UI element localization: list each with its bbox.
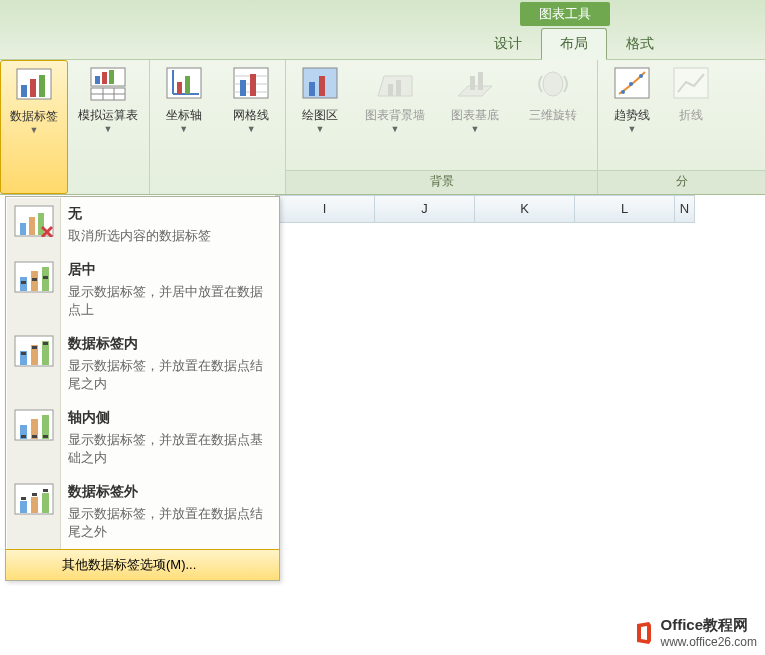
svg-rect-55	[43, 342, 48, 345]
svg-rect-5	[95, 76, 100, 84]
labels-outside-end-icon	[14, 483, 54, 515]
column-headers: I J K L N	[275, 195, 765, 223]
svg-rect-1	[21, 85, 27, 97]
svg-rect-38	[29, 217, 35, 235]
watermark: Office教程网 www.office26.com	[633, 616, 758, 649]
data-labels-label: 数据标签	[10, 109, 58, 123]
menu-item-none[interactable]: 无 取消所选内容的数据标签	[6, 197, 279, 253]
trendline-button[interactable]: 趋势线 ▼	[598, 60, 666, 170]
dropdown-arrow-icon: ▼	[316, 124, 325, 134]
tab-design[interactable]: 设计	[475, 28, 541, 59]
menu-more-options[interactable]: 其他数据标签选项(M)...	[6, 549, 279, 580]
svg-rect-25	[319, 76, 325, 96]
labels-inside-base-icon	[14, 409, 54, 441]
grid-body[interactable]	[275, 223, 765, 563]
axes-button[interactable]: 坐标轴 ▼	[150, 60, 218, 194]
lines-icon	[672, 66, 710, 104]
data-table-button[interactable]: 模拟运算表 ▼	[68, 60, 148, 194]
svg-rect-62	[43, 435, 48, 438]
svg-rect-24	[309, 82, 315, 96]
dropdown-arrow-icon: ▼	[471, 124, 480, 134]
menu-item-outside-end[interactable]: 数据标签外 显示数据标签，并放置在数据点结尾之外	[6, 475, 279, 549]
context-tabs: 设计 布局 格式	[475, 28, 673, 59]
svg-rect-54	[32, 346, 37, 349]
svg-rect-68	[32, 493, 37, 496]
menu-desc: 显示数据标签，并放置在数据点基础之内	[68, 431, 269, 467]
data-labels-dropdown: 无 取消所选内容的数据标签 居中 显示数据标签，并居中放置在数据点上	[5, 196, 280, 581]
col-header-l[interactable]: L	[575, 195, 675, 223]
svg-rect-22	[250, 74, 256, 96]
svg-rect-7	[109, 70, 114, 84]
labels-center-icon	[14, 261, 54, 293]
ribbon: 数据标签 ▼ 模拟运算表 ▼	[0, 60, 765, 195]
svg-rect-66	[42, 493, 49, 513]
axes-label: 坐标轴	[166, 108, 202, 122]
dropdown-arrow-icon: ▼	[30, 125, 39, 135]
menu-desc: 取消所选内容的数据标签	[68, 227, 269, 245]
menu-item-inside-end[interactable]: 数据标签内 显示数据标签，并放置在数据点结尾之内	[6, 327, 279, 401]
svg-rect-26	[388, 84, 393, 96]
gridlines-icon	[232, 66, 270, 104]
col-header-i[interactable]: I	[275, 195, 375, 223]
gridlines-button[interactable]: 网格线 ▼	[218, 60, 286, 194]
dropdown-arrow-icon: ▼	[179, 124, 188, 134]
group-background-label: 背景	[286, 170, 597, 194]
chart-tools-title: 图表工具	[520, 2, 610, 26]
tab-format[interactable]: 格式	[607, 28, 673, 59]
axes-icon	[165, 66, 203, 104]
svg-rect-15	[177, 82, 182, 94]
plot-area-label: 绘图区	[302, 108, 338, 122]
menu-title: 无	[68, 205, 269, 223]
chart-floor-label: 图表基底	[451, 108, 499, 122]
svg-rect-37	[20, 223, 26, 235]
dropdown-arrow-icon: ▼	[247, 124, 256, 134]
chart-wall-label: 图表背景墙	[365, 108, 425, 122]
menu-title: 居中	[68, 261, 269, 279]
menu-title: 轴内侧	[68, 409, 269, 427]
rotation-3d-label: 三维旋转	[529, 108, 577, 122]
svg-point-32	[621, 90, 625, 94]
col-header-n[interactable]: N	[675, 195, 695, 223]
group-analysis-label: 分	[598, 170, 765, 194]
plot-area-button[interactable]: 绘图区 ▼	[286, 60, 354, 170]
dropdown-arrow-icon: ▼	[391, 124, 400, 134]
svg-rect-60	[21, 435, 26, 438]
svg-rect-48	[43, 276, 48, 279]
svg-rect-28	[470, 76, 475, 90]
svg-rect-47	[32, 278, 37, 281]
menu-desc: 显示数据标签，并居中放置在数据点上	[68, 283, 269, 319]
svg-point-34	[639, 74, 643, 78]
data-labels-icon	[15, 67, 53, 105]
svg-rect-67	[21, 497, 26, 500]
svg-rect-39	[38, 213, 44, 235]
svg-rect-21	[240, 80, 246, 96]
rotation-3d-button: 三维旋转	[514, 60, 592, 170]
dropdown-arrow-icon: ▼	[104, 124, 113, 134]
chart-floor-button: 图表基底 ▼	[436, 60, 514, 170]
svg-rect-46	[21, 281, 26, 284]
col-header-j[interactable]: J	[375, 195, 475, 223]
menu-item-center[interactable]: 居中 显示数据标签，并居中放置在数据点上	[6, 253, 279, 327]
labels-inside-end-icon	[14, 335, 54, 367]
watermark-title: Office教程网	[661, 616, 758, 635]
menu-title: 数据标签内	[68, 335, 269, 353]
tab-layout[interactable]: 布局	[541, 28, 607, 60]
data-table-label: 模拟运算表	[78, 108, 138, 122]
svg-rect-16	[185, 76, 190, 94]
col-header-k[interactable]: K	[475, 195, 575, 223]
menu-desc: 显示数据标签，并放置在数据点结尾之内	[68, 357, 269, 393]
svg-rect-53	[21, 352, 26, 355]
gridlines-label: 网格线	[233, 108, 269, 122]
lines-label: 折线	[679, 108, 703, 122]
svg-rect-69	[43, 489, 48, 492]
svg-point-33	[629, 82, 633, 86]
data-labels-button[interactable]: 数据标签 ▼	[0, 60, 68, 194]
lines-button: 折线	[666, 60, 716, 170]
menu-item-inside-base[interactable]: 轴内侧 显示数据标签，并放置在数据点基础之内	[6, 401, 279, 475]
svg-rect-29	[478, 72, 483, 90]
svg-rect-2	[30, 79, 36, 97]
chart-wall-icon	[376, 66, 414, 104]
menu-title: 数据标签外	[68, 483, 269, 501]
office-logo-icon	[633, 622, 655, 644]
dropdown-arrow-icon: ▼	[628, 124, 637, 134]
